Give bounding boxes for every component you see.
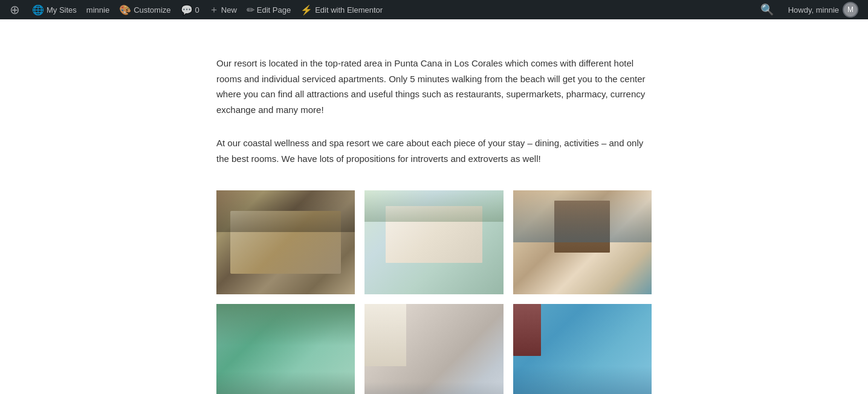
new-item[interactable]: ＋ New xyxy=(204,0,242,19)
wp-logo-item[interactable]: ⊕ xyxy=(5,0,27,19)
avatar: M xyxy=(843,2,858,18)
site-name-label: minnie xyxy=(86,5,109,15)
gallery-grid xyxy=(216,190,652,394)
comments-icon: 💬 xyxy=(181,4,193,16)
gallery-image-4[interactable] xyxy=(216,304,355,394)
wp-logo-icon: ⊕ xyxy=(10,2,20,17)
my-sites-item[interactable]: 🌐 My Sites xyxy=(27,0,82,19)
avatar-initial: M xyxy=(847,5,853,14)
main-content: Our resort is located in the top-rated a… xyxy=(0,19,868,394)
customize-icon: 🎨 xyxy=(119,4,131,16)
paragraph-1: Our resort is located in the top-rated a… xyxy=(216,56,652,117)
admin-bar: ⊕ 🌐 My Sites minnie 🎨 Customize 💬 0 ＋ Ne… xyxy=(0,0,868,19)
comments-item[interactable]: 💬 0 xyxy=(176,0,204,19)
search-button[interactable]: 🔍 xyxy=(756,0,779,19)
comments-count: 0 xyxy=(195,5,199,15)
content-wrapper: Our resort is located in the top-rated a… xyxy=(204,56,664,394)
gallery-image-6[interactable] xyxy=(513,304,652,394)
edit-page-icon: ✏ xyxy=(247,4,254,16)
site-name-item[interactable]: minnie xyxy=(82,0,114,19)
gallery-image-2[interactable] xyxy=(364,190,503,294)
new-label: New xyxy=(221,5,237,15)
edit-page-item[interactable]: ✏ Edit Page xyxy=(242,0,296,19)
customize-item[interactable]: 🎨 Customize xyxy=(114,0,175,19)
edit-page-label: Edit Page xyxy=(257,5,291,15)
howdy-text: Howdy, minnie xyxy=(788,5,839,15)
paragraph-1-text: Our resort is located in the top-rated a… xyxy=(216,56,652,117)
customize-label: Customize xyxy=(134,5,170,15)
howdy-item[interactable]: Howdy, minnie M xyxy=(783,2,863,18)
elementor-icon: ⚡ xyxy=(300,4,313,16)
gallery-image-3[interactable] xyxy=(513,190,652,294)
paragraph-2: At our coastal wellness and spa resort w… xyxy=(216,135,652,166)
plus-icon: ＋ xyxy=(209,4,219,16)
search-icon: 🔍 xyxy=(760,3,774,16)
my-sites-icon: 🌐 xyxy=(32,4,44,16)
paragraph-2-text: At our coastal wellness and spa resort w… xyxy=(216,135,652,166)
edit-elementor-item[interactable]: ⚡ Edit with Elementor xyxy=(296,0,387,19)
gallery-image-5[interactable] xyxy=(364,304,503,394)
my-sites-label: My Sites xyxy=(47,5,77,15)
gallery-image-1[interactable] xyxy=(216,190,355,294)
edit-elementor-label: Edit with Elementor xyxy=(315,5,383,15)
